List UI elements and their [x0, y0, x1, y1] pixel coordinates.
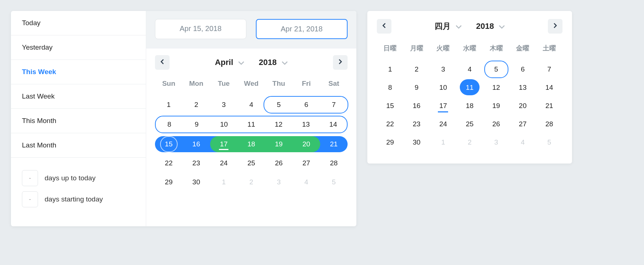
day-cell[interactable]: 7 — [536, 62, 562, 77]
day-cell[interactable]: 3 — [265, 174, 292, 190]
day-cell[interactable]: 6 — [509, 62, 536, 77]
day-cell[interactable]: 15 — [377, 99, 404, 113]
day-cell[interactable]: 25 — [457, 117, 483, 131]
day-cell[interactable]: 23 — [182, 155, 210, 171]
day-cell[interactable]: 4 — [457, 62, 483, 77]
day-cell[interactable]: 9 — [404, 80, 430, 95]
day-cell[interactable]: 5 — [483, 62, 509, 77]
month-select[interactable]: 四月 — [435, 21, 462, 32]
year-select[interactable]: 2018 — [476, 21, 505, 32]
preset-yesterday[interactable]: Yesterday — [11, 35, 146, 60]
calendar-column: Apr 15, 2018 Apr 21, 2018 April 2018 — [146, 11, 356, 226]
day-cell[interactable]: 23 — [404, 117, 430, 131]
weekday-header: 水曜 — [457, 40, 483, 56]
day-cell[interactable]: 1 — [155, 97, 182, 113]
preset-last-month[interactable]: Last Month — [11, 133, 146, 158]
preset-this-month[interactable]: This Month — [11, 109, 146, 133]
prev-month-button[interactable] — [377, 19, 391, 34]
day-cell[interactable]: 3 — [483, 135, 509, 150]
day-cell[interactable]: 21 — [536, 99, 562, 113]
day-cell[interactable]: 14 — [536, 80, 562, 95]
day-cell[interactable]: 16 — [182, 136, 210, 152]
day-cell[interactable]: 5 — [536, 135, 562, 150]
day-cell[interactable]: 25 — [238, 155, 265, 171]
day-cell[interactable]: 7 — [320, 97, 348, 113]
day-cell[interactable]: 22 — [155, 155, 182, 171]
day-cell[interactable]: 1 — [210, 174, 238, 190]
preset-this-week[interactable]: This Week — [11, 60, 146, 84]
day-cell[interactable]: 9 — [183, 116, 211, 132]
preset-last-week[interactable]: Last Week — [11, 84, 146, 109]
day-cell[interactable]: 21 — [320, 136, 348, 152]
day-cell[interactable]: 6 — [292, 97, 320, 113]
week-row: 293012345 — [155, 174, 348, 190]
day-cell[interactable]: 13 — [509, 80, 536, 95]
day-cell[interactable]: 24 — [210, 155, 238, 171]
weekday-header-row: SunMonTueWedThuFriSat — [155, 76, 348, 94]
day-cell[interactable]: 22 — [377, 117, 404, 131]
day-cell[interactable]: 11 — [457, 80, 483, 95]
day-cell[interactable]: 11 — [238, 116, 265, 132]
next-month-button[interactable] — [333, 55, 348, 70]
custom-days-row: -days starting today — [22, 191, 135, 207]
day-cell[interactable]: 26 — [265, 155, 292, 171]
day-cell[interactable]: 3 — [430, 62, 457, 77]
day-cell[interactable]: 26 — [483, 117, 509, 131]
weekday-header: Mon — [182, 76, 210, 92]
day-cell[interactable]: 5 — [265, 97, 292, 113]
end-date-input[interactable]: Apr 21, 2018 — [256, 19, 348, 39]
day-cell[interactable]: 15 — [155, 136, 182, 152]
day-cell[interactable]: 2 — [238, 174, 265, 190]
day-cell[interactable]: 8 — [377, 80, 404, 95]
date-inputs: Apr 15, 2018 Apr 21, 2018 — [146, 11, 356, 49]
prev-month-button[interactable] — [155, 55, 170, 70]
day-cell[interactable]: 17 — [210, 136, 238, 152]
day-cell[interactable]: 29 — [155, 174, 182, 190]
date-range-picker: TodayYesterdayThis WeekLast WeekThis Mon… — [11, 11, 356, 226]
calendar-header: April 2018 — [155, 55, 348, 70]
day-cell[interactable]: 14 — [319, 116, 347, 132]
day-cell[interactable]: 10 — [430, 80, 457, 95]
day-cell[interactable]: 5 — [320, 174, 348, 190]
days-count-input[interactable]: - — [22, 191, 38, 207]
day-cell[interactable]: 1 — [377, 62, 404, 77]
day-cell[interactable]: 3 — [210, 97, 238, 113]
month-select[interactable]: April — [215, 58, 244, 67]
day-cell[interactable]: 20 — [509, 99, 536, 113]
day-cell[interactable]: 28 — [320, 155, 348, 171]
day-cell[interactable]: 29 — [377, 135, 404, 150]
day-cell[interactable]: 27 — [292, 155, 320, 171]
month-label: April — [215, 58, 233, 67]
day-cell[interactable]: 30 — [404, 135, 430, 150]
day-cell[interactable]: 19 — [265, 136, 292, 152]
day-cell[interactable]: 10 — [210, 116, 238, 132]
day-cell[interactable]: 24 — [430, 117, 457, 131]
preset-today[interactable]: Today — [11, 11, 146, 35]
day-cell[interactable]: 4 — [238, 97, 265, 113]
day-cell[interactable]: 20 — [292, 136, 320, 152]
day-cell[interactable]: 28 — [536, 117, 562, 131]
days-count-input[interactable]: - — [22, 170, 38, 186]
day-cell[interactable]: 4 — [292, 174, 320, 190]
day-cell[interactable]: 27 — [509, 117, 536, 131]
weekday-header: Wed — [238, 76, 265, 92]
day-cell[interactable]: 17 — [430, 99, 457, 113]
day-cell[interactable]: 4 — [509, 135, 536, 150]
day-cell[interactable]: 12 — [483, 80, 509, 95]
week-row: 1234567 — [377, 62, 562, 77]
day-cell[interactable]: 2 — [182, 97, 210, 113]
day-cell[interactable]: 1 — [430, 135, 457, 150]
start-date-input[interactable]: Apr 15, 2018 — [155, 19, 246, 39]
day-cell[interactable]: 30 — [182, 174, 210, 190]
day-cell[interactable]: 19 — [483, 99, 509, 113]
day-cell[interactable]: 16 — [404, 99, 430, 113]
day-cell[interactable]: 12 — [265, 116, 292, 132]
year-select[interactable]: 2018 — [259, 58, 288, 67]
day-cell[interactable]: 13 — [292, 116, 320, 132]
day-cell[interactable]: 2 — [404, 62, 430, 77]
day-cell[interactable]: 18 — [238, 136, 265, 152]
next-month-button[interactable] — [548, 19, 562, 34]
day-cell[interactable]: 2 — [457, 135, 483, 150]
day-cell[interactable]: 8 — [156, 116, 183, 132]
day-cell[interactable]: 18 — [457, 99, 483, 113]
